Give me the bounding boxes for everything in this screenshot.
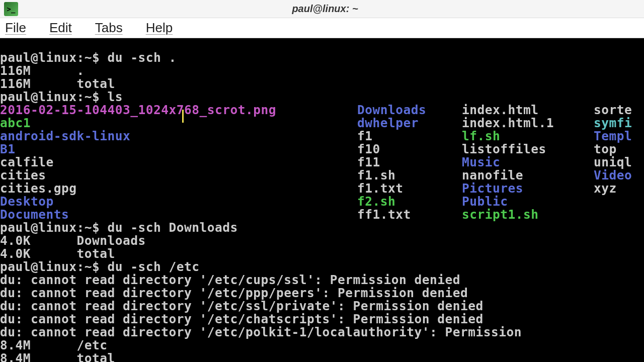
output-line: 4.0K Downloads [0, 233, 146, 248]
cmd-du-sch-dot: du -sch . [108, 50, 177, 65]
terminal-area[interactable]: paul@linux:~$ du -sch . 116M . 116M tota… [0, 38, 644, 362]
ls-item: Documents [0, 207, 69, 222]
ls-item: listoffiles [462, 142, 546, 156]
menu-bar: File Edit Tabs Help [0, 18, 644, 38]
output-line: du: cannot read directory '/etc/ssl/priv… [0, 299, 484, 313]
ls-item: Music [462, 155, 500, 169]
ls-item: script1.sh [462, 207, 539, 222]
output-line: du: cannot read directory '/etc/chatscri… [0, 312, 484, 326]
ls-item: nanofile [462, 168, 523, 183]
output-line: 116M . [0, 63, 85, 78]
window-title: paul@linux: ~ [26, 3, 644, 15]
ls-item: Video [594, 168, 632, 183]
ls-item: index.html.1 [462, 116, 554, 130]
ls-item: Pictures [462, 181, 523, 196]
cmd-du-downloads: du -sch Downloads [108, 220, 238, 235]
ls-item: sorte [594, 103, 632, 117]
ls-item: lf.sh [462, 129, 500, 143]
prompt: paul@linux:~$ [0, 220, 108, 235]
terminal-app-icon: >_ [4, 2, 18, 16]
ls-item: f10 [357, 142, 380, 156]
ls-item: 2016-02-15-104403_1024x768_scrot.png [0, 103, 276, 117]
ls-item: uniql [594, 155, 632, 169]
prompt: paul@linux:~$ [0, 50, 108, 65]
ls-col1: 2016-02-15-104403_1024x768_scrot.png abc… [0, 104, 357, 221]
mouse-text-cursor [182, 110, 184, 123]
ls-item: Desktop [0, 194, 54, 209]
prompt: paul@linux:~$ [0, 259, 108, 274]
ls-item: abc1 [0, 116, 31, 130]
ls-item: f11 [357, 155, 380, 169]
ls-item: ff1.txt [357, 207, 411, 222]
output-line: du: cannot read directory '/etc/ppp/peer… [0, 286, 468, 300]
ls-item: calfile [0, 155, 54, 169]
ls-item: f1.sh [357, 168, 395, 183]
ls-col3: index.html index.html.1 lf.sh listoffile… [462, 104, 594, 221]
output-line: 4.0K total [0, 246, 115, 261]
ls-item: xyz [594, 181, 617, 196]
ls-item: B1 [0, 142, 16, 156]
menu-edit[interactable]: Edit [49, 20, 72, 36]
cmd-ls: ls [108, 89, 123, 104]
output-line: 8.4M total [0, 351, 115, 362]
menu-file[interactable]: File [5, 20, 26, 36]
ls-item: android-sdk-linux [0, 129, 130, 143]
ls-item: cities [0, 168, 46, 183]
ls-col2: Downloads dwhelper f1 f10 f11 f1.sh f1.t… [357, 104, 462, 221]
ls-item: symfi [594, 116, 632, 130]
ls-item: top [594, 142, 617, 156]
ls-item: Public [462, 194, 508, 209]
ls-item: Downloads [357, 103, 426, 117]
ls-item: f2.sh [357, 194, 395, 209]
ls-item: cities.gpg [0, 181, 77, 196]
cmd-du-etc: du -sch /etc [108, 259, 200, 274]
ls-item: index.html [462, 103, 539, 117]
title-bar: >_ paul@linux: ~ [0, 0, 644, 18]
ls-col4: sorte symfi Templ top uniql Video xyz [594, 104, 632, 195]
ls-item: Templ [594, 129, 632, 143]
ls-item: dwhelper [357, 116, 419, 130]
output-line: du: cannot read directory '/etc/cups/ssl… [0, 273, 460, 287]
menu-tabs[interactable]: Tabs [95, 20, 123, 36]
output-line: 8.4M /etc [0, 338, 108, 352]
prompt: paul@linux:~$ [0, 89, 108, 104]
menu-help[interactable]: Help [146, 20, 173, 36]
ls-item: f1.txt [357, 181, 404, 196]
output-line: 116M total [0, 76, 115, 91]
output-line: du: cannot read directory '/etc/polkit-1… [0, 325, 522, 339]
ls-item: f1 [357, 129, 373, 143]
